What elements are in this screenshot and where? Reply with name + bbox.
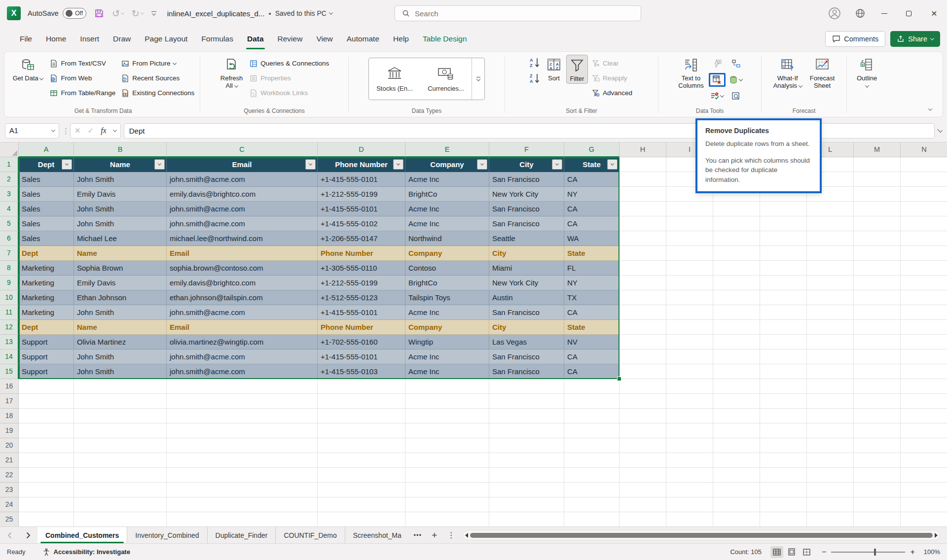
- cell-A9[interactable]: Marketing: [19, 276, 74, 290]
- all-sheets-button[interactable]: ⋮: [443, 527, 460, 543]
- cell-L24[interactable]: [807, 497, 854, 512]
- cell-C18[interactable]: [167, 409, 318, 423]
- cell-H24[interactable]: [619, 497, 666, 512]
- cell-G11[interactable]: CA: [564, 305, 619, 320]
- redo-button[interactable]: ↻: [132, 8, 144, 19]
- cell-N16[interactable]: [901, 379, 947, 394]
- cell-H22[interactable]: [619, 468, 666, 483]
- cell-N2[interactable]: [901, 172, 947, 187]
- cell-G4[interactable]: CA: [564, 202, 619, 216]
- minimize-button[interactable]: [873, 0, 896, 27]
- cell-F25[interactable]: [489, 512, 564, 526]
- cell-A18[interactable]: [19, 409, 74, 423]
- cell-L22[interactable]: [807, 468, 854, 483]
- row-header-7[interactable]: 7: [0, 246, 19, 261]
- row-header-5[interactable]: 5: [0, 216, 19, 231]
- cell-E10[interactable]: Tailspin Toys: [405, 290, 489, 305]
- cell-N18[interactable]: [901, 409, 947, 423]
- quick-access-toolbar-icon[interactable]: [151, 11, 156, 16]
- sort-az-button[interactable]: AZ: [529, 57, 542, 69]
- cell-H7[interactable]: [619, 246, 666, 261]
- cell-E15[interactable]: Acme Inc: [405, 364, 489, 379]
- cell-F11[interactable]: San Francisco: [489, 305, 564, 320]
- relationships-button[interactable]: [728, 57, 744, 70]
- cell-D22[interactable]: [318, 468, 405, 483]
- cell-A16[interactable]: [19, 379, 74, 394]
- tab-draw[interactable]: Draw: [106, 27, 138, 51]
- cell-B12[interactable]: Name: [74, 320, 167, 335]
- cell-L23[interactable]: [807, 483, 854, 497]
- filter-button[interactable]: Filter: [566, 55, 588, 84]
- cell-L12[interactable]: [807, 320, 854, 335]
- cell-L16[interactable]: [807, 379, 854, 394]
- cell-F1[interactable]: City: [489, 157, 564, 172]
- cell-E6[interactable]: Northwind: [405, 231, 489, 246]
- cell-J25[interactable]: [713, 512, 760, 526]
- autosave-toggle[interactable]: Off: [63, 8, 86, 19]
- cell-B7[interactable]: Name: [74, 246, 167, 261]
- cell-A22[interactable]: [19, 468, 74, 483]
- cell-C5[interactable]: john.smith@acme.com: [167, 216, 318, 231]
- cell-J9[interactable]: [713, 276, 760, 290]
- sheet-tab-countif-demo[interactable]: COUNTIF_Demo: [276, 527, 345, 543]
- cell-C3[interactable]: emily.davis@brightco.com: [167, 187, 318, 202]
- row-header-18[interactable]: 18: [0, 409, 19, 423]
- tab-formulas[interactable]: Formulas: [194, 27, 240, 51]
- cell-C2[interactable]: john.smith@acme.com: [167, 172, 318, 187]
- row-header-23[interactable]: 23: [0, 483, 19, 497]
- queries-connections-item[interactable]: Queries & Connections: [248, 57, 331, 70]
- cell-N11[interactable]: [901, 305, 947, 320]
- cell-B8[interactable]: Sophia Brown: [74, 261, 167, 276]
- cell-E21[interactable]: [405, 453, 489, 468]
- cell-L6[interactable]: [807, 231, 854, 246]
- cell-N6[interactable]: [901, 231, 947, 246]
- cell-B24[interactable]: [74, 497, 167, 512]
- cell-J23[interactable]: [713, 483, 760, 497]
- cell-N12[interactable]: [901, 320, 947, 335]
- undo-button[interactable]: ↺: [112, 8, 124, 19]
- cell-F21[interactable]: [489, 453, 564, 468]
- tab-home[interactable]: Home: [39, 27, 73, 51]
- zoom-slider[interactable]: [831, 552, 905, 553]
- cell-M6[interactable]: [854, 231, 901, 246]
- cell-L5[interactable]: [807, 216, 854, 231]
- name-box[interactable]: A1: [5, 123, 59, 139]
- row-header-12[interactable]: 12: [0, 320, 19, 335]
- cell-M2[interactable]: [854, 172, 901, 187]
- row-header-17[interactable]: 17: [0, 394, 19, 409]
- remove-duplicates-button[interactable]: ✕: [709, 73, 726, 87]
- account-avatar[interactable]: [822, 0, 847, 27]
- cell-I19[interactable]: [666, 423, 713, 438]
- cell-H20[interactable]: [619, 438, 666, 453]
- cell-B9[interactable]: Emily Davis: [74, 276, 167, 290]
- cell-F15[interactable]: San Francisco: [489, 364, 564, 379]
- cell-D1[interactable]: Phone Number: [318, 157, 405, 172]
- cell-C13[interactable]: olivia.martinez@wingtip.com: [167, 335, 318, 350]
- cell-G23[interactable]: [564, 483, 619, 497]
- cell-E17[interactable]: [405, 394, 489, 409]
- cell-G1[interactable]: State: [564, 157, 619, 172]
- cell-B16[interactable]: [74, 379, 167, 394]
- cell-G20[interactable]: [564, 438, 619, 453]
- cell-E9[interactable]: BrightCo: [405, 276, 489, 290]
- new-sheet-button[interactable]: +: [426, 527, 443, 543]
- what-if-analysis-button[interactable]: ? What-IfAnalysis: [770, 55, 805, 91]
- scroll-left-icon[interactable]: [465, 533, 468, 538]
- row-header-13[interactable]: 13: [0, 335, 19, 350]
- filter-dropdown-button[interactable]: [552, 159, 562, 170]
- cell-I7[interactable]: [666, 246, 713, 261]
- cell-M10[interactable]: [854, 290, 901, 305]
- cell-B23[interactable]: [74, 483, 167, 497]
- select-all-corner[interactable]: [0, 142, 19, 157]
- row-header-6[interactable]: 6: [0, 231, 19, 246]
- cell-M7[interactable]: [854, 246, 901, 261]
- cell-E12[interactable]: Company: [405, 320, 489, 335]
- row-header-3[interactable]: 3: [0, 187, 19, 202]
- cell-H15[interactable]: [619, 364, 666, 379]
- cell-C12[interactable]: Email: [167, 320, 318, 335]
- cell-G12[interactable]: State: [564, 320, 619, 335]
- cell-L4[interactable]: [807, 202, 854, 216]
- cell-G13[interactable]: NV: [564, 335, 619, 350]
- sort-button[interactable]: ZAAZ Sort: [544, 55, 564, 83]
- cell-G7[interactable]: State: [564, 246, 619, 261]
